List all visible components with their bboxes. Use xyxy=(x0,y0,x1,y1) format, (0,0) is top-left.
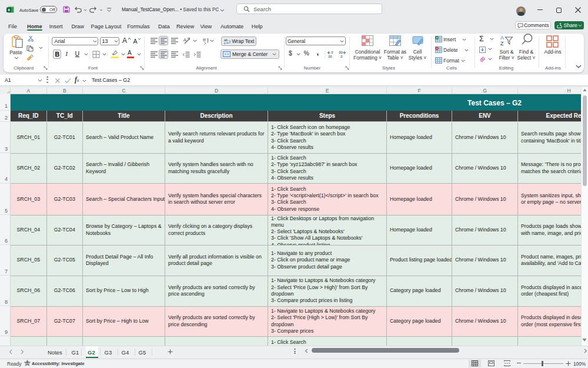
svg-text:c: c xyxy=(224,41,226,44)
svg-text:Z: Z xyxy=(500,41,504,46)
svg-text:.0: .0 xyxy=(330,51,333,54)
svg-text:A: A xyxy=(500,35,504,41)
svg-text:.00: .00 xyxy=(338,51,343,54)
svg-text:.0: .0 xyxy=(340,55,343,58)
svg-text:.00: .00 xyxy=(328,55,332,58)
